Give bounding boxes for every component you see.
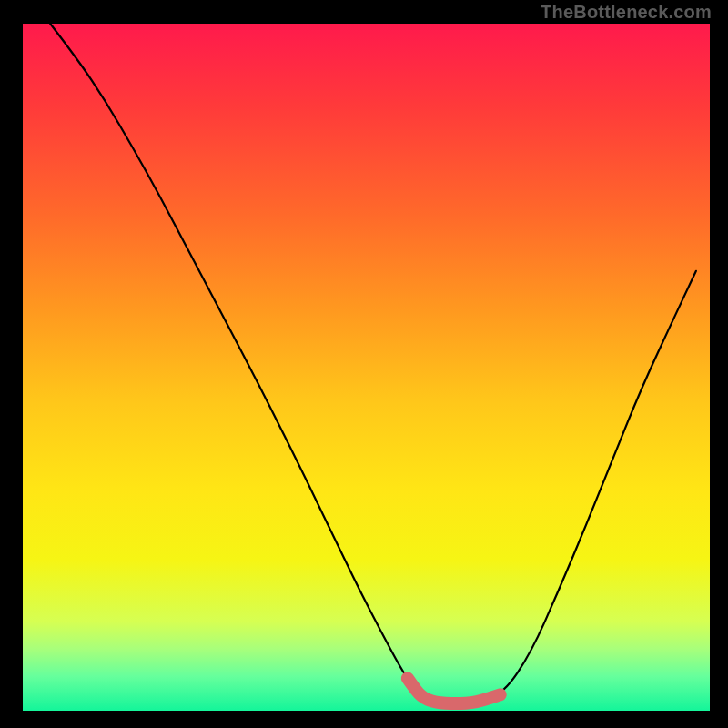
watermark-text: TheBottleneck.com <box>541 2 712 23</box>
bottleneck-curve-plot <box>0 0 728 728</box>
